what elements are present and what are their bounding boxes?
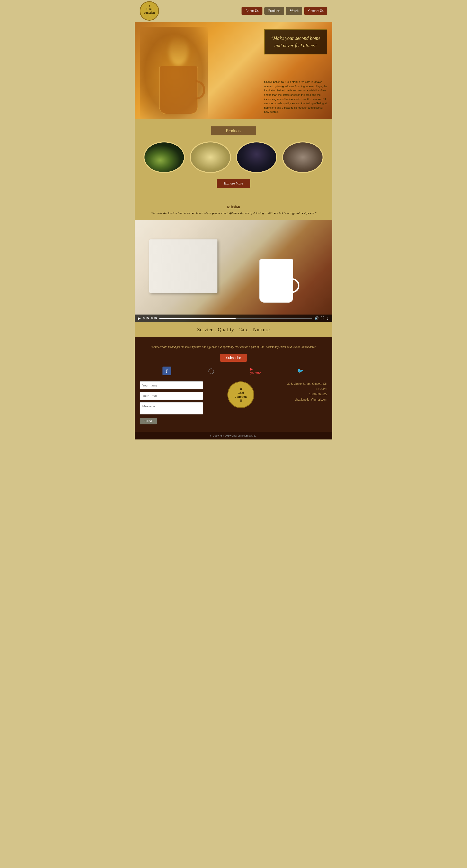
footer-logo-decor-bottom: ✿ xyxy=(240,399,242,403)
explore-more-button[interactable]: Explore More xyxy=(217,179,250,188)
instagram-icon[interactable]: ◯ xyxy=(207,367,216,375)
more-options-icon[interactable]: ⋮ xyxy=(326,316,329,320)
facebook-icon[interactable]: f xyxy=(163,367,171,375)
video-mug xyxy=(255,235,303,303)
send-button[interactable]: Send xyxy=(140,418,157,425)
header: ✿ Chai Junction ✿ About Us Products Watc… xyxy=(135,0,332,22)
product-image-2[interactable] xyxy=(190,142,231,173)
footer-logo-line2: Junction xyxy=(235,395,246,399)
products-section: Products Explore More xyxy=(135,119,332,200)
hero-quote-box: "Make your second home and never feel al… xyxy=(264,29,327,55)
logo-line2: Junction xyxy=(144,11,155,14)
hero-description: Chai Junction (CJ) is a startup tea café… xyxy=(264,80,327,114)
tagline-text: Service . Quality . Care . Nurture xyxy=(197,327,270,332)
video-section: ▶ 0:10 / 0:10 🔊 ⛶ ⋮ xyxy=(135,220,332,322)
product-image-4[interactable] xyxy=(282,142,323,173)
herbs-image xyxy=(144,143,184,172)
footer-copyright: © Copyright 2019 Chai Junction pvt. ltd. xyxy=(135,432,332,439)
logo-line1: Chai xyxy=(146,7,152,11)
products-title-bar: Products xyxy=(211,126,256,135)
logo-decor: ✿ xyxy=(149,5,150,7)
mug-handle xyxy=(196,80,205,100)
main-nav: About Us Products Watch Contact Us xyxy=(241,7,327,15)
footer-address: 305, Vanier Street, Ottawa, ON K1V5P9. xyxy=(279,381,327,392)
volume-icon[interactable]: 🔊 xyxy=(315,316,319,320)
video-mug-body xyxy=(259,259,293,303)
product-image-3[interactable] xyxy=(236,142,277,173)
tagline-section: Service . Quality . Care . Nurture xyxy=(135,322,332,337)
hero-section: "Make your second home and never feel al… xyxy=(135,22,332,119)
mission-section: Mission "To make the foreign land a seco… xyxy=(135,200,332,220)
daisy-tea-image xyxy=(191,143,230,172)
video-mug-handle xyxy=(292,278,299,293)
footer-connect-text: "Connect with us and get the latest upda… xyxy=(140,345,327,349)
footer-email: chai.junction@gmail.com xyxy=(279,397,327,403)
footer-main: Send ✿ Chai Junction ✿ 305, Vanier Stree… xyxy=(140,381,327,425)
nav-watch-button[interactable]: Watch xyxy=(286,7,302,15)
hero-description-text: Chai Junction (CJ) is a startup tea café… xyxy=(264,81,327,113)
hero-quote-text: "Make your second home and never feel al… xyxy=(271,35,320,48)
footer-logo-decor: ✿ xyxy=(240,387,242,391)
book-shape xyxy=(149,240,217,293)
mug-body xyxy=(159,66,198,114)
youtube-icon[interactable]: ▶ youtube xyxy=(252,367,260,375)
products-images xyxy=(140,142,327,173)
footer-social: f ◯ ▶ youtube 🐦 xyxy=(140,367,327,375)
mugs-image xyxy=(283,143,323,172)
video-time: 0:10 / 0:10 xyxy=(143,317,157,320)
video-controls: ▶ 0:10 / 0:10 🔊 ⛶ ⋮ xyxy=(135,314,332,322)
nav-contact-button[interactable]: Contact Us xyxy=(304,7,327,15)
footer-subscribe: Subscribe xyxy=(140,354,327,362)
footer-phone: 1800-532-229 xyxy=(279,392,327,397)
footer-logo-center: ✿ Chai Junction ✿ xyxy=(224,381,258,408)
dark-ambiance-image xyxy=(237,143,276,172)
nav-products-button[interactable]: Products xyxy=(264,7,284,15)
mission-title: Mission xyxy=(140,205,327,209)
fullscreen-icon[interactable]: ⛶ xyxy=(321,316,324,320)
message-input[interactable] xyxy=(140,402,203,414)
video-progress-fill xyxy=(159,318,236,319)
footer-section: "Connect with us and get the latest upda… xyxy=(135,337,332,432)
video-right-controls: 🔊 ⛶ ⋮ xyxy=(315,316,329,320)
mug-steam xyxy=(169,36,188,66)
play-button[interactable]: ▶ xyxy=(138,316,141,320)
mission-text: "To make the foreign land a second home … xyxy=(148,211,319,215)
footer-logo[interactable]: ✿ Chai Junction ✿ xyxy=(227,381,254,408)
email-input[interactable] xyxy=(140,392,203,400)
video-background xyxy=(135,220,332,322)
contact-form: Send xyxy=(140,381,203,425)
footer-contact-info: 305, Vanier Street, Ottawa, ON K1V5P9. 1… xyxy=(279,381,327,402)
video-progress-bar[interactable] xyxy=(159,318,312,319)
nav-about-button[interactable]: About Us xyxy=(241,7,262,15)
logo[interactable]: ✿ Chai Junction ✿ xyxy=(140,1,159,21)
name-input[interactable] xyxy=(140,381,203,390)
products-title: Products xyxy=(226,128,241,133)
footer-logo-line1: Chai xyxy=(238,391,244,395)
hero-tea-mug-bg xyxy=(140,27,208,119)
subscribe-button[interactable]: Subscribe xyxy=(220,354,247,362)
twitter-icon[interactable]: 🐦 xyxy=(296,367,305,375)
product-image-1[interactable] xyxy=(144,142,185,173)
copyright-text: © Copyright 2019 Chai Junction pvt. ltd. xyxy=(210,434,257,437)
logo-decor-bottom: ✿ xyxy=(149,14,150,17)
